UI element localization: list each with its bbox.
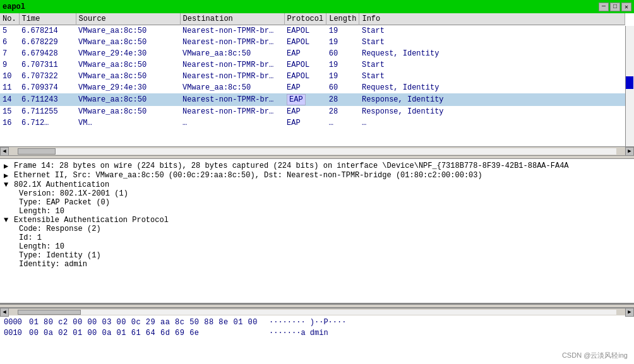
hex-bytes: 01 80 c2 00 00 03 00 0c 29 aa 8c 50 88 8… [29,317,269,328]
expand-eap-icon[interactable]: ▼ [4,216,11,225]
table-row[interactable]: 156.711255VMware_aa:8c:50Nearest-non-TPM… [0,106,625,117]
hex-rows: 0000 01 80 c2 00 00 03 00 0c 29 aa 8c 50… [4,317,630,339]
scroll-left-arrow[interactable]: ◀ [0,147,9,156]
minimize-button[interactable]: ─ [599,3,609,11]
detail-dot1x-type: Type: EAP Packet (0) [19,198,110,207]
hex-ascii: ·······a dmin [269,328,328,339]
col-header-no: No. [0,13,19,25]
table-row[interactable]: 76.679428VMware_29:4e:30VMware_aa:8c:50E… [0,48,625,59]
scroll-right-arrow[interactable]: ▶ [625,147,634,156]
detail-eap-identity: Identity: admin [19,260,87,269]
table-row[interactable]: 166.712…VM……EAP…… [0,117,625,129]
detail-dot1x-version-row: Version: 802.1X-2001 (1) [4,189,630,198]
packet-list-h-scrollbar[interactable]: ◀ ▶ [0,146,634,155]
hex-offset: 0000 [4,317,29,328]
detail-frame-row[interactable]: ▶ Frame 14: 28 bytes on wire (224 bits),… [4,161,630,171]
maximize-button[interactable]: □ [610,3,620,11]
table-row[interactable]: 66.678229VMware_aa:8c:50Nearest-non-TPMR… [0,37,625,48]
hex-ascii: ········ )··P···· [269,317,346,328]
expand-frame-icon[interactable]: ▶ [4,161,11,171]
vertical-scrollbar[interactable] [625,26,634,146]
col-header-dest: Destination [180,13,284,25]
col-header-length: Length [326,13,359,25]
expand-dot1x-icon[interactable]: ▼ [4,180,11,189]
col-header-time: Time [19,13,76,25]
hex-offset: 0010 [4,328,29,339]
col-header-info: Info [359,13,625,25]
col-header-protocol: Protocol [284,13,326,25]
detail-ethernet-row[interactable]: ▶ Ethernet II, Src: VMware_aa:8c:50 (00:… [4,171,630,180]
packet-table: No. Time Source Destination Protocol Len… [0,13,625,129]
detail-dot1x-version: Version: 802.1X-2001 (1) [19,189,128,198]
table-row[interactable]: 96.707311VMware_aa:8c:50Nearest-non-TPMR… [0,59,625,71]
expand-ethernet-icon[interactable]: ▶ [4,171,11,180]
h-scrollbar-thumb[interactable] [18,148,56,155]
watermark: CSDN @云淡风轻ing [562,351,628,360]
hex-bytes: 00 0a 02 01 00 0a 01 61 64 6d 69 6e [29,328,269,339]
detail-eap-id-row: Id: 1 [4,233,630,242]
detail-pane: ▶ Frame 14: 28 bytes on wire (224 bits),… [0,159,634,304]
detail-eap-code: Code: Response (2) [19,225,101,233]
window-title: eapol [3,3,25,11]
detail-eap-identity-row: Identity: admin [4,260,630,269]
detail-h-track [18,310,616,315]
hex-row: 0010 00 0a 02 01 00 0a 01 61 64 6d 69 6e… [4,328,630,339]
col-header-source: Source [76,13,180,25]
hex-row: 0000 01 80 c2 00 00 03 00 0c 29 aa 8c 50… [4,317,630,328]
detail-eap-code-row: Code: Response (2) [4,225,630,233]
detail-scroll-left[interactable]: ◀ [0,308,9,317]
hex-pane: 0000 01 80 c2 00 00 03 00 0c 29 aa 8c 50… [0,315,634,364]
window-controls: ─ □ ✕ [599,3,631,11]
detail-h-scrollbar[interactable]: ◀ ▶ [0,308,634,315]
detail-dot1x-text: 802.1X Authentication [14,180,109,189]
close-button[interactable]: ✕ [621,3,631,11]
detail-eap-id: Id: 1 [19,233,42,242]
scrollbar-thumb[interactable] [626,76,633,89]
detail-dot1x-row[interactable]: ▼ 802.1X Authentication [4,180,630,189]
table-row[interactable]: 116.709374VMware_29:4e:30VMware_aa:8c:50… [0,82,625,93]
main-window: eapol ─ □ ✕ No. Time Source Destination … [0,0,634,364]
detail-eap-text: Extensible Authentication Protocol [14,216,169,225]
detail-eap-length-row: Length: 10 [4,242,630,251]
detail-ethernet-text: Ethernet II, Src: VMware_aa:8c:50 (00:0c… [14,171,482,180]
detail-dot1x-length-row: Length: 10 [4,207,630,216]
table-row[interactable]: 146.711243VMware_aa:8c:50Nearest-non-TPM… [0,93,625,106]
detail-dot1x-length: Length: 10 [19,207,64,216]
detail-eap-type: Type: Identity (1) [19,251,101,260]
packet-list-pane: No. Time Source Destination Protocol Len… [0,13,634,146]
detail-eap-type-row: Type: Identity (1) [4,251,630,260]
table-row[interactable]: 56.678214VMware_aa:8c:50Nearest-non-TPMR… [0,25,625,37]
detail-h-thumb[interactable] [18,310,81,315]
detail-eap-row[interactable]: ▼ Extensible Authentication Protocol [4,216,630,225]
packet-table-wrapper: No. Time Source Destination Protocol Len… [0,13,625,129]
detail-frame-text: Frame 14: 28 bytes on wire (224 bits), 2… [14,161,569,170]
detail-eap-length: Length: 10 [19,242,64,251]
detail-dot1x-type-row: Type: EAP Packet (0) [4,198,630,207]
h-scrollbar-track [18,148,616,155]
table-header-row: No. Time Source Destination Protocol Len… [0,13,625,25]
detail-scroll-right[interactable]: ▶ [625,308,634,317]
table-row[interactable]: 106.707322VMware_aa:8c:50Nearest-non-TPM… [0,71,625,82]
title-bar: eapol ─ □ ✕ [0,0,634,13]
